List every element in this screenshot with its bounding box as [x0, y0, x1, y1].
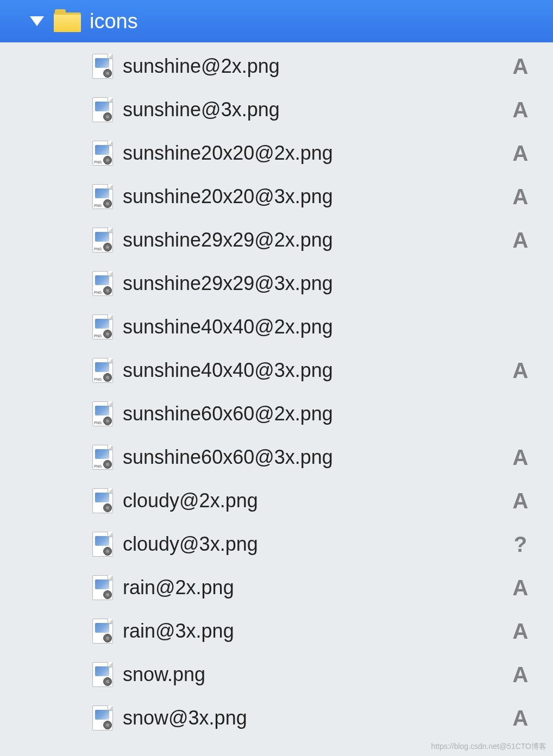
file-row[interactable]: PNGsunshine40x40@2x.png — [0, 305, 553, 349]
file-name: sunshine60x60@3x.png — [123, 446, 510, 469]
vcs-status-badge: A — [510, 663, 531, 687]
file-row[interactable]: PNGsunshine60x60@2x.png — [0, 392, 553, 436]
png-badge: PNG — [94, 247, 102, 251]
file-name: sunshine40x40@3x.png — [123, 359, 510, 382]
file-name: sunshine20x20@2x.png — [123, 142, 510, 165]
vcs-status-badge: A — [510, 185, 531, 209]
png-file-icon: PNG — [92, 141, 113, 166]
file-row[interactable]: cloudy@2x.pngA — [0, 479, 553, 522]
png-file-icon — [92, 532, 113, 557]
disclosure-triangle-icon[interactable] — [30, 16, 44, 26]
file-row[interactable]: snow.pngA — [0, 653, 553, 696]
png-file-icon — [92, 662, 113, 687]
file-name: cloudy@2x.png — [123, 489, 510, 512]
file-row[interactable]: PNGsunshine60x60@3x.pngA — [0, 436, 553, 479]
vcs-status-badge: ? — [510, 532, 531, 557]
file-row[interactable]: sunshine@3x.pngA — [0, 88, 553, 131]
png-file-icon: PNG — [92, 358, 113, 383]
file-name: sunshine60x60@2x.png — [123, 402, 510, 425]
file-row[interactable]: snow@3x.pngA — [0, 696, 553, 740]
png-file-icon — [92, 488, 113, 513]
png-file-icon: PNG — [92, 271, 113, 296]
png-file-icon: PNG — [92, 401, 113, 426]
png-badge: PNG — [94, 334, 102, 338]
file-name: cloudy@3x.png — [123, 533, 510, 556]
png-badge: PNG — [94, 204, 102, 207]
png-file-icon: PNG — [92, 314, 113, 339]
vcs-status-badge: A — [510, 619, 531, 644]
file-name: sunshine29x29@2x.png — [123, 229, 510, 251]
file-name: sunshine@3x.png — [123, 98, 510, 121]
file-row[interactable]: PNGsunshine20x20@3x.pngA — [0, 175, 553, 218]
file-row[interactable]: PNGsunshine29x29@3x.png — [0, 262, 553, 305]
png-file-icon: PNG — [92, 445, 113, 470]
png-file-icon: PNG — [92, 184, 113, 209]
file-row[interactable]: rain@2x.pngA — [0, 566, 553, 609]
folder-icon — [54, 10, 81, 32]
png-badge: PNG — [94, 464, 102, 468]
file-row[interactable]: cloudy@3x.png? — [0, 522, 553, 566]
png-file-icon: PNG — [92, 228, 113, 253]
file-name: snow@3x.png — [123, 707, 510, 729]
file-name: snow.png — [123, 663, 510, 686]
file-name: rain@3x.png — [123, 620, 510, 642]
file-name: sunshine40x40@2x.png — [123, 316, 510, 338]
file-row[interactable]: rain@3x.pngA — [0, 609, 553, 653]
folder-header-row[interactable]: icons — [0, 0, 553, 42]
png-badge: PNG — [94, 160, 102, 164]
folder-name: icons — [90, 10, 138, 33]
file-row[interactable]: PNGsunshine20x20@2x.pngA — [0, 131, 553, 175]
png-badge: PNG — [94, 291, 102, 294]
file-name: rain@2x.png — [123, 576, 510, 599]
vcs-status-badge: A — [510, 98, 531, 122]
png-file-icon — [92, 705, 113, 730]
vcs-status-badge: A — [510, 445, 531, 470]
png-file-icon — [92, 97, 113, 122]
png-badge: PNG — [94, 421, 102, 425]
png-file-icon — [92, 619, 113, 644]
file-row[interactable]: PNGsunshine29x29@2x.pngA — [0, 218, 553, 262]
file-name: sunshine@2x.png — [123, 55, 510, 78]
vcs-status-badge: A — [510, 489, 531, 513]
file-name: sunshine29x29@3x.png — [123, 272, 510, 295]
png-file-icon — [92, 575, 113, 600]
png-badge: PNG — [94, 377, 102, 381]
watermark-text: https://blog.csdn.net@51CTO博客 — [431, 742, 546, 752]
file-row[interactable]: sunshine@2x.pngA — [0, 45, 553, 88]
file-name: sunshine20x20@3x.png — [123, 185, 510, 208]
vcs-status-badge: A — [510, 228, 531, 253]
vcs-status-badge: A — [510, 576, 531, 600]
file-list: sunshine@2x.pngAsunshine@3x.pngAPNGsunsh… — [0, 42, 553, 740]
vcs-status-badge: A — [510, 706, 531, 730]
file-row[interactable]: PNGsunshine40x40@3x.pngA — [0, 349, 553, 392]
vcs-status-badge: A — [510, 141, 531, 166]
png-file-icon — [92, 54, 113, 79]
vcs-status-badge: A — [510, 358, 531, 383]
vcs-status-badge: A — [510, 54, 531, 79]
